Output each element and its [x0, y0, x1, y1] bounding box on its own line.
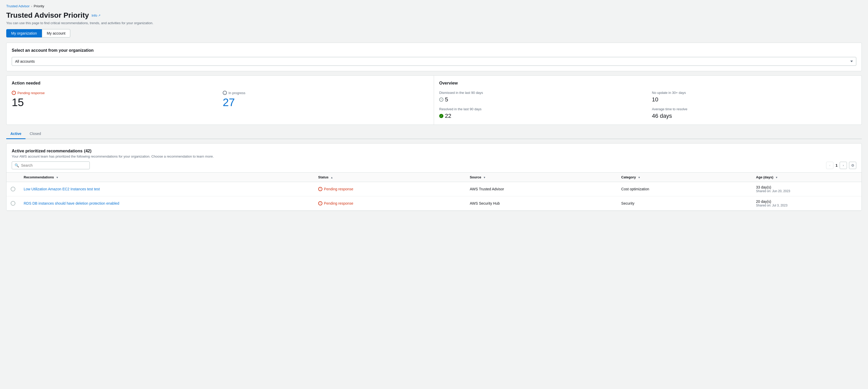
page-title: Trusted Advisor Priority — [6, 11, 89, 20]
info-label: Info — [92, 13, 97, 18]
avg-time-stat: Average time to resolve 46 days — [652, 107, 857, 119]
rec-link-0[interactable]: Low Utilization Amazon EC2 Instances tes… — [24, 187, 100, 191]
settings-icon: ⚙ — [851, 163, 855, 167]
account-dropdown[interactable]: All accounts — [12, 57, 856, 66]
tab-closed[interactable]: Closed — [26, 129, 45, 139]
category-1: Security — [617, 196, 752, 210]
tab-active[interactable]: Active — [6, 129, 26, 139]
col-header-age[interactable]: Age (days) ▼ — [752, 173, 862, 182]
resolved-stat: Resolved in the last 90 days ✓ 22 — [439, 107, 644, 119]
page-title-row: Trusted Advisor Priority Info ↗ — [6, 11, 862, 20]
pending-count: 15 — [12, 96, 218, 108]
col-header-select — [6, 173, 20, 182]
row-select-0[interactable] — [11, 187, 16, 191]
sort-category-icon: ▼ — [638, 176, 641, 179]
next-page-button[interactable]: › — [840, 162, 847, 169]
chevron-right-icon: › — [843, 164, 844, 167]
current-page: 1 — [835, 163, 838, 167]
info-link[interactable]: Info ↗ — [92, 13, 100, 18]
source-0: AWS Trusted Advisor — [465, 182, 617, 196]
prev-page-button[interactable]: ‹ — [826, 162, 833, 169]
status-label-1: Pending response — [324, 201, 353, 205]
no-update-stat: No update in 30+ days 10 — [652, 91, 857, 103]
table-row: Low Utilization Amazon EC2 Instances tes… — [6, 182, 862, 196]
source-1: AWS Security Hub — [465, 196, 617, 210]
pending-label: Pending response — [18, 91, 45, 95]
chevron-left-icon: ‹ — [829, 164, 830, 167]
search-icon: 🔍 — [14, 163, 19, 167]
col-header-category[interactable]: Category ▼ — [617, 173, 752, 182]
dismissed-icon: × — [439, 98, 443, 102]
pending-icon: ! — [12, 91, 16, 95]
breadcrumb-parent[interactable]: Trusted Advisor — [6, 4, 30, 8]
status-label-0: Pending response — [324, 187, 353, 191]
search-box: 🔍 — [12, 161, 90, 169]
tab-my-organization[interactable]: My organization — [6, 29, 42, 37]
sort-rec-icon: ▼ — [56, 176, 59, 179]
rec-link-1[interactable]: RDS DB instances should have deletion pr… — [24, 201, 119, 205]
table-row: RDS DB instances should have deletion pr… — [6, 196, 862, 210]
account-select-title: Select an account from your organization — [12, 48, 856, 53]
dismissed-title: Dismissed in the last 90 days — [439, 91, 644, 95]
breadcrumb: Trusted Advisor › Priority — [6, 4, 862, 8]
account-select-card: Select an account from your organization… — [6, 43, 862, 71]
recommendations-table-container: Recommendations ▼ Status ▲ Source ▼ Ca — [6, 172, 862, 210]
search-input[interactable] — [21, 163, 87, 167]
table-settings-button[interactable]: ⚙ — [849, 162, 856, 169]
dismissed-count: 5 — [445, 96, 448, 103]
rec-title: Active prioritized recommendations — [12, 149, 83, 154]
col-header-status[interactable]: Status ▲ — [314, 173, 466, 182]
pending-stat: ! Pending response 15 — [12, 91, 218, 108]
org-account-tabs: My organization My account — [6, 29, 862, 37]
col-header-source[interactable]: Source ▼ — [465, 173, 617, 182]
resolved-count: 22 — [445, 112, 451, 119]
external-link-icon: ↗ — [98, 14, 100, 17]
age-main-1: 20 day(s) — [756, 199, 857, 204]
metrics-card: Action needed ! Pending response 15 – In… — [6, 75, 862, 125]
col-header-recommendations[interactable]: Recommendations ▼ — [20, 173, 314, 182]
resolved-title: Resolved in the last 90 days — [439, 107, 644, 111]
page-subtitle: You can use this page to find critical r… — [6, 21, 862, 25]
status-pending-icon-1: ! — [318, 201, 322, 205]
recommendations-table: Recommendations ▼ Status ▲ Source ▼ Ca — [6, 172, 862, 210]
status-pending-icon-0: ! — [318, 187, 322, 191]
pagination: ‹ 1 › ⚙ — [826, 162, 856, 169]
inprogress-icon: – — [223, 91, 227, 95]
age-sub-0: Shared on: Jun 20, 2023 — [756, 189, 857, 193]
breadcrumb-current: Priority — [34, 4, 44, 8]
recommendations-section: Active prioritized recommendations (42) … — [6, 143, 862, 211]
avg-time-value: 46 days — [652, 112, 672, 119]
active-closed-tabs: Active Closed — [6, 129, 862, 139]
avg-time-title: Average time to resolve — [652, 107, 857, 111]
age-sub-1: Shared on: Jul 3, 2023 — [756, 204, 857, 207]
action-needed-title: Action needed — [12, 81, 429, 86]
category-0: Cost optimization — [617, 182, 752, 196]
inprogress-count: 27 — [223, 96, 429, 108]
overview-panel: Overview Dismissed in the last 90 days ×… — [434, 76, 862, 125]
sort-source-icon: ▼ — [483, 176, 486, 179]
row-select-1[interactable] — [11, 201, 16, 206]
age-main-0: 33 day(s) — [756, 185, 857, 189]
no-update-count: 10 — [652, 96, 658, 103]
dismissed-stat: Dismissed in the last 90 days × 5 — [439, 91, 644, 103]
rec-count: (42) — [84, 149, 91, 154]
resolved-icon: ✓ — [439, 114, 443, 118]
overview-title: Overview — [439, 81, 856, 86]
sort-age-icon: ▼ — [775, 176, 778, 179]
sort-status-icon: ▲ — [331, 176, 333, 179]
inprogress-stat: – In progress 27 — [223, 91, 429, 108]
inprogress-label: In progress — [228, 91, 245, 95]
breadcrumb-separator: › — [31, 5, 32, 8]
rec-subtitle: Your AWS account team has prioritized th… — [12, 155, 856, 158]
action-needed-panel: Action needed ! Pending response 15 – In… — [6, 76, 434, 125]
tab-my-account[interactable]: My account — [42, 29, 70, 37]
no-update-title: No update in 30+ days — [652, 91, 857, 95]
